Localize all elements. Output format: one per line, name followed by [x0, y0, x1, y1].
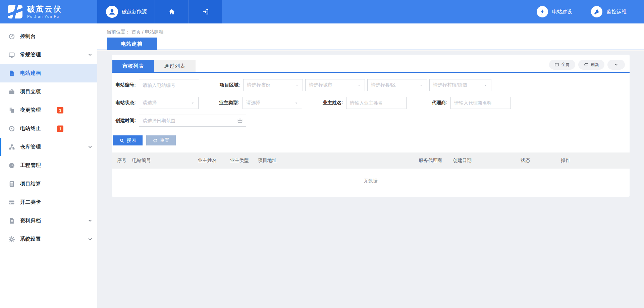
refresh-label: 刷新 — [590, 62, 599, 68]
card-header: 审核列表 通过列表 全屏 刷新 — [112, 55, 630, 73]
breadcrumb-path: 首页 / 电站建档 — [131, 29, 164, 35]
page-topbar: 当前位置： 首页 / 电站建档 电站建档 — [97, 23, 644, 50]
county-select[interactable]: 请选择县/区 — [367, 79, 427, 91]
tab-passed-list[interactable]: 通过列表 — [154, 60, 196, 72]
sidebar: 控制台 常规管理 电站建档 项目立项 变更管理 1 电站终止 1 仓库管理 工程… — [0, 23, 97, 308]
sidebar-item-label: 工程管理 — [20, 162, 41, 169]
sidebar-item-data-archive[interactable]: 资料归档 — [0, 211, 97, 230]
search-button[interactable]: 搜索 — [113, 135, 143, 145]
company-name: 破茧新能源 — [122, 9, 147, 15]
tab-review-list[interactable]: 审核列表 — [112, 60, 154, 72]
nav-monitoring-ops[interactable]: 监控运维 — [591, 6, 627, 17]
owner-type-placeholder: 请选择 — [246, 100, 260, 106]
table-header-row: 序号 电站编号 业主姓名 业主类型 项目地址 服务代理商 创建日期 状态 操作 — [112, 152, 630, 169]
sidebar-item-label: 变更管理 — [20, 107, 41, 113]
notification-badge: 1 — [57, 125, 63, 132]
caret-down-icon — [294, 101, 299, 105]
header-right-nav: 电站建设 监控运维 — [222, 0, 644, 23]
sidebar-item-label: 仓库管理 — [20, 144, 41, 150]
empty-table-message: 无数据 — [112, 169, 630, 184]
document-icon — [8, 70, 15, 77]
sidebar-item-project-initiation[interactable]: 项目立项 — [0, 82, 97, 101]
brand-subtitle: Po Jian Yun Fu — [27, 14, 62, 18]
region-selects: 请选择省份 请选择城市 请选择县/区 请选择村镇/街道 — [243, 79, 491, 91]
reset-button-label: 重置 — [160, 137, 169, 143]
created-time-label: 创建时间: — [112, 118, 136, 124]
home-button[interactable] — [155, 0, 189, 23]
date-range-input[interactable] — [139, 115, 246, 127]
village-select[interactable]: 请选择村镇/街道 — [429, 79, 491, 91]
wrench-icon — [594, 9, 600, 15]
nav-station-construction[interactable]: 电站建设 — [537, 6, 572, 17]
breadcrumb: 当前位置： 首页 / 电站建档 — [97, 23, 644, 35]
date-range-field — [139, 115, 246, 127]
filter-form: 电站编号: 项目区域: 请选择省份 请选择城市 请选择县/区 — [112, 73, 630, 145]
sidebar-item-project-settlement[interactable]: 项目结算 — [0, 175, 97, 193]
card-actions: 全屏 刷新 — [549, 60, 625, 70]
owner-type-label: 业主类型: — [216, 100, 239, 106]
sidebar-item-console[interactable]: 控制台 — [0, 27, 97, 46]
col-owner-name: 业主姓名 — [198, 158, 230, 164]
province-select-placeholder: 请选择省份 — [247, 82, 270, 88]
sidebar-item-system-settings[interactable]: 系统设置 — [0, 230, 97, 248]
user-account-button[interactable]: 破茧新能源 — [97, 0, 155, 23]
sidebar-item-label: 电站终止 — [20, 125, 41, 132]
breadcrumb-prefix: 当前位置： — [107, 29, 130, 35]
wrench-icon-circle — [591, 6, 602, 17]
sidebar-item-type2-card[interactable]: 开二类卡 — [0, 193, 97, 211]
logout-icon — [202, 8, 209, 15]
station-no-input[interactable] — [139, 79, 199, 91]
sidebar-item-engineering-mgmt[interactable]: 工程管理 — [0, 156, 97, 175]
col-created-date: 创建日期 — [453, 158, 521, 164]
header-user-strip: 破茧新能源 — [97, 0, 222, 23]
calculator-icon — [8, 181, 15, 187]
sidebar-item-warehouse-mgmt[interactable]: 仓库管理 — [0, 138, 97, 156]
region-label: 项目区域: — [217, 82, 240, 88]
refresh-button[interactable]: 刷新 — [578, 60, 604, 70]
search-icon — [119, 138, 124, 143]
province-select[interactable]: 请选择省份 — [243, 79, 303, 91]
dashboard-icon — [8, 162, 15, 169]
copy-icon — [8, 107, 15, 114]
user-icon — [108, 8, 116, 16]
sidebar-item-label: 常规管理 — [20, 52, 41, 58]
collapse-button[interactable] — [607, 60, 625, 70]
caret-down-icon — [483, 83, 488, 87]
refresh-icon — [584, 62, 588, 67]
gauge-icon — [8, 33, 15, 40]
city-select[interactable]: 请选择城市 — [305, 79, 365, 91]
home-icon — [168, 8, 175, 15]
fullscreen-button[interactable]: 全屏 — [549, 60, 575, 70]
fullscreen-label: 全屏 — [561, 62, 570, 68]
brand-logo: 破茧云伏 Po Jian Yun Fu — [0, 0, 97, 23]
owner-type-select[interactable]: 请选择 — [243, 97, 302, 109]
nav-label: 监控运维 — [606, 9, 627, 15]
col-service-agent: 服务代理商 — [419, 158, 453, 164]
card-icon — [8, 199, 15, 206]
page-title-tab[interactable]: 电站建档 — [107, 38, 157, 50]
chevron-down-icon — [88, 144, 93, 149]
col-index: 序号 — [112, 158, 132, 164]
sidebar-item-label: 资料归档 — [20, 218, 41, 224]
sidebar-item-station-filing[interactable]: 电站建档 — [0, 64, 97, 82]
sidebar-item-station-termination[interactable]: 电站终止 1 — [0, 119, 97, 138]
col-status: 状态 — [521, 158, 561, 164]
chevron-down-icon — [88, 218, 93, 223]
agent-input[interactable] — [450, 97, 511, 109]
sidebar-item-general-mgmt[interactable]: 常规管理 — [0, 46, 97, 64]
sitemap-icon — [8, 144, 15, 150]
logout-button[interactable] — [189, 0, 222, 23]
col-project-address: 项目地址 — [258, 158, 419, 164]
sidebar-item-change-mgmt[interactable]: 变更管理 1 — [0, 101, 97, 119]
station-status-select[interactable]: 请选择 — [139, 97, 199, 109]
monitor-icon — [8, 52, 15, 58]
caret-down-icon — [191, 101, 195, 105]
reset-button[interactable]: 重置 — [146, 135, 176, 145]
content-card: 审核列表 通过列表 全屏 刷新 电站编号: — [112, 55, 630, 197]
col-actions: 操作 — [561, 158, 630, 164]
list-tabs: 审核列表 通过列表 — [112, 60, 196, 72]
owner-name-input[interactable] — [346, 97, 407, 109]
disc-icon — [8, 125, 15, 132]
station-status-placeholder: 请选择 — [143, 100, 157, 106]
station-status-label: 电站状态: — [112, 100, 136, 106]
